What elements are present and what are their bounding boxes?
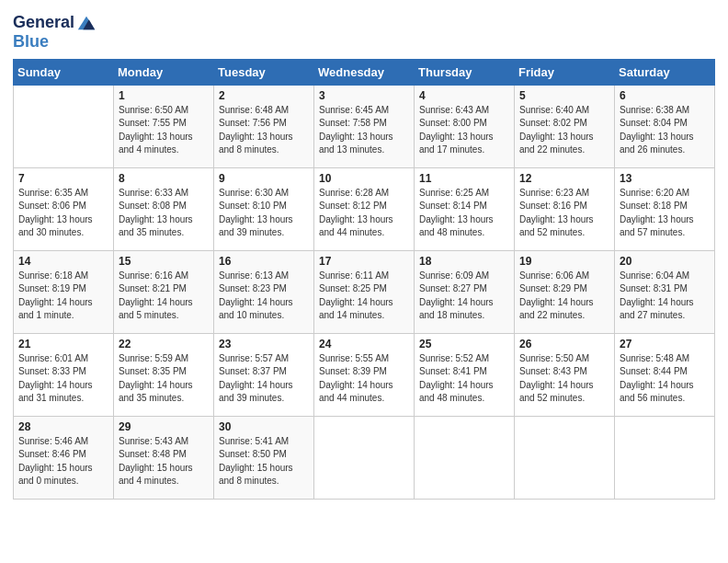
- day-number: 28: [18, 420, 108, 433]
- calendar-cell: 13Sunrise: 6:20 AMSunset: 8:18 PMDayligh…: [615, 167, 715, 250]
- cell-content: Sunrise: 5:55 AMSunset: 8:39 PMDaylight:…: [319, 352, 409, 406]
- calendar-cell: [314, 416, 415, 499]
- calendar-cell: 16Sunrise: 6:13 AMSunset: 8:23 PMDayligh…: [214, 250, 314, 333]
- day-number: 4: [419, 89, 509, 102]
- col-header-wednesday: Wednesday: [314, 59, 415, 85]
- calendar-cell: 12Sunrise: 6:23 AMSunset: 8:16 PMDayligh…: [515, 167, 615, 250]
- day-number: 12: [519, 172, 609, 185]
- col-header-tuesday: Tuesday: [214, 59, 314, 85]
- cell-content: Sunrise: 6:16 AMSunset: 8:21 PMDaylight:…: [119, 270, 209, 323]
- day-number: 14: [18, 255, 108, 268]
- logo: General Blue: [13, 13, 97, 52]
- calendar-cell: 4Sunrise: 6:43 AMSunset: 8:00 PMDaylight…: [415, 85, 515, 167]
- calendar-table: SundayMondayTuesdayWednesdayThursdayFrid…: [13, 59, 715, 500]
- day-number: 7: [18, 172, 108, 185]
- cell-content: Sunrise: 6:43 AMSunset: 8:00 PMDaylight:…: [419, 104, 509, 157]
- calendar-cell: 18Sunrise: 6:09 AMSunset: 8:27 PMDayligh…: [415, 250, 515, 333]
- calendar-cell: 15Sunrise: 6:16 AMSunset: 8:21 PMDayligh…: [114, 250, 214, 333]
- cell-content: Sunrise: 6:01 AMSunset: 8:33 PMDaylight:…: [18, 352, 108, 406]
- day-number: 17: [319, 255, 409, 268]
- cell-content: Sunrise: 6:11 AMSunset: 8:25 PMDaylight:…: [319, 270, 409, 323]
- day-number: 20: [620, 255, 710, 268]
- calendar-cell: 10Sunrise: 6:28 AMSunset: 8:12 PMDayligh…: [314, 167, 415, 250]
- cell-content: Sunrise: 5:46 AMSunset: 8:46 PMDaylight:…: [18, 435, 108, 488]
- day-number: 6: [620, 89, 710, 102]
- calendar-cell: 2Sunrise: 6:48 AMSunset: 7:56 PMDaylight…: [214, 85, 314, 167]
- cell-content: Sunrise: 5:59 AMSunset: 8:35 PMDaylight:…: [119, 352, 209, 406]
- day-number: 13: [620, 172, 710, 185]
- cell-content: Sunrise: 6:40 AMSunset: 8:02 PMDaylight:…: [519, 104, 609, 157]
- cell-content: Sunrise: 6:45 AMSunset: 7:58 PMDaylight:…: [319, 104, 409, 157]
- col-header-thursday: Thursday: [415, 59, 515, 85]
- calendar-cell: [415, 416, 515, 499]
- day-number: 18: [419, 255, 509, 268]
- calendar-cell: 20Sunrise: 6:04 AMSunset: 8:31 PMDayligh…: [615, 250, 715, 333]
- cell-content: Sunrise: 6:18 AMSunset: 8:19 PMDaylight:…: [18, 270, 108, 323]
- calendar-cell: 28Sunrise: 5:46 AMSunset: 8:46 PMDayligh…: [14, 416, 114, 499]
- calendar-cell: 22Sunrise: 5:59 AMSunset: 8:35 PMDayligh…: [114, 333, 214, 416]
- header: General Blue: [13, 9, 715, 52]
- week-row-3: 14Sunrise: 6:18 AMSunset: 8:19 PMDayligh…: [14, 250, 715, 333]
- calendar-cell: 3Sunrise: 6:45 AMSunset: 7:58 PMDaylight…: [314, 85, 415, 167]
- week-row-1: 1Sunrise: 6:50 AMSunset: 7:55 PMDaylight…: [14, 85, 715, 167]
- calendar-cell: 8Sunrise: 6:33 AMSunset: 8:08 PMDaylight…: [114, 167, 214, 250]
- week-row-5: 28Sunrise: 5:46 AMSunset: 8:46 PMDayligh…: [14, 416, 715, 499]
- week-row-2: 7Sunrise: 6:35 AMSunset: 8:06 PMDaylight…: [14, 167, 715, 250]
- day-number: 30: [219, 420, 309, 433]
- calendar-cell: 25Sunrise: 5:52 AMSunset: 8:41 PMDayligh…: [415, 333, 515, 416]
- day-number: 26: [519, 338, 609, 350]
- cell-content: Sunrise: 6:06 AMSunset: 8:29 PMDaylight:…: [519, 270, 609, 323]
- cell-content: Sunrise: 6:33 AMSunset: 8:08 PMDaylight:…: [119, 187, 209, 240]
- day-number: 3: [319, 89, 409, 102]
- calendar-cell: [14, 85, 114, 167]
- day-number: 11: [419, 172, 509, 185]
- col-header-sunday: Sunday: [14, 59, 114, 85]
- cell-content: Sunrise: 5:57 AMSunset: 8:37 PMDaylight:…: [219, 352, 309, 406]
- col-header-monday: Monday: [114, 59, 214, 85]
- cell-content: Sunrise: 5:41 AMSunset: 8:50 PMDaylight:…: [219, 435, 309, 488]
- day-number: 29: [119, 420, 209, 433]
- day-number: 27: [620, 338, 710, 350]
- cell-content: Sunrise: 6:48 AMSunset: 7:56 PMDaylight:…: [219, 104, 309, 157]
- day-number: 9: [219, 172, 309, 185]
- calendar-cell: 5Sunrise: 6:40 AMSunset: 8:02 PMDaylight…: [515, 85, 615, 167]
- cell-content: Sunrise: 5:43 AMSunset: 8:48 PMDaylight:…: [119, 435, 209, 488]
- cell-content: Sunrise: 6:28 AMSunset: 8:12 PMDaylight:…: [319, 187, 409, 240]
- day-number: 21: [18, 338, 108, 350]
- cell-content: Sunrise: 6:25 AMSunset: 8:14 PMDaylight:…: [419, 187, 509, 240]
- logo-blue: Blue: [13, 33, 97, 52]
- col-header-saturday: Saturday: [615, 59, 715, 85]
- day-number: 2: [219, 89, 309, 102]
- calendar-cell: [615, 416, 715, 499]
- day-number: 1: [119, 89, 209, 102]
- cell-content: Sunrise: 6:35 AMSunset: 8:06 PMDaylight:…: [18, 187, 108, 240]
- calendar-cell: 30Sunrise: 5:41 AMSunset: 8:50 PMDayligh…: [214, 416, 314, 499]
- day-number: 15: [119, 255, 209, 268]
- week-row-4: 21Sunrise: 6:01 AMSunset: 8:33 PMDayligh…: [14, 333, 715, 416]
- calendar-cell: 11Sunrise: 6:25 AMSunset: 8:14 PMDayligh…: [415, 167, 515, 250]
- calendar-cell: 26Sunrise: 5:50 AMSunset: 8:43 PMDayligh…: [515, 333, 615, 416]
- day-number: 22: [119, 338, 209, 350]
- cell-content: Sunrise: 6:04 AMSunset: 8:31 PMDaylight:…: [620, 270, 710, 323]
- day-number: 25: [419, 338, 509, 350]
- cell-content: Sunrise: 5:52 AMSunset: 8:41 PMDaylight:…: [419, 352, 509, 406]
- cell-content: Sunrise: 6:30 AMSunset: 8:10 PMDaylight:…: [219, 187, 309, 240]
- calendar-cell: 6Sunrise: 6:38 AMSunset: 8:04 PMDaylight…: [615, 85, 715, 167]
- calendar-cell: [515, 416, 615, 499]
- header-row: SundayMondayTuesdayWednesdayThursdayFrid…: [14, 59, 715, 85]
- logo-icon: [76, 13, 97, 33]
- calendar-cell: 14Sunrise: 6:18 AMSunset: 8:19 PMDayligh…: [14, 250, 114, 333]
- day-number: 24: [319, 338, 409, 350]
- day-number: 10: [319, 172, 409, 185]
- calendar-cell: 23Sunrise: 5:57 AMSunset: 8:37 PMDayligh…: [214, 333, 314, 416]
- page: General Blue SundayMondayTuesdayWednesda…: [0, 0, 728, 563]
- col-header-friday: Friday: [515, 59, 615, 85]
- cell-content: Sunrise: 6:09 AMSunset: 8:27 PMDaylight:…: [419, 270, 509, 323]
- cell-content: Sunrise: 5:48 AMSunset: 8:44 PMDaylight:…: [620, 352, 710, 406]
- calendar-cell: 1Sunrise: 6:50 AMSunset: 7:55 PMDaylight…: [114, 85, 214, 167]
- logo-text: General: [13, 14, 74, 32]
- cell-content: Sunrise: 6:38 AMSunset: 8:04 PMDaylight:…: [620, 104, 710, 157]
- cell-content: Sunrise: 6:50 AMSunset: 7:55 PMDaylight:…: [119, 104, 209, 157]
- day-number: 16: [219, 255, 309, 268]
- cell-content: Sunrise: 6:23 AMSunset: 8:16 PMDaylight:…: [519, 187, 609, 240]
